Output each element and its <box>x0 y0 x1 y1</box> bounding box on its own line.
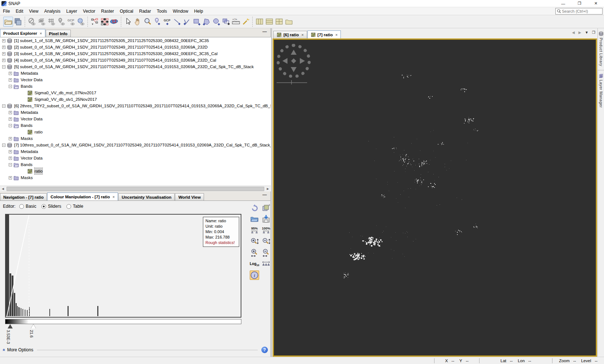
menu-vector[interactable]: Vector <box>80 8 98 15</box>
tree-node[interactable]: Sigma0_VV_db_slv1_25Nov2017 <box>0 96 271 103</box>
batch-processing-icon[interactable] <box>99 17 109 27</box>
scroll-tabs-right-icon[interactable]: ▶ <box>578 30 581 34</box>
range-95-icon[interactable]: 95% <box>250 226 259 235</box>
pin-placing-tool-icon[interactable] <box>152 17 162 27</box>
tab-uncertainty-visualisation[interactable]: Uncertainty Visualisation <box>118 193 175 200</box>
pin-overlay-icon[interactable] <box>56 17 66 27</box>
no-data-overlay-icon[interactable] <box>27 17 37 27</box>
close-tab-icon[interactable]: × <box>40 31 42 36</box>
graticule-overlay-icon[interactable] <box>46 17 56 27</box>
editor-radio-sliders[interactable]: Sliders <box>41 204 61 209</box>
zoom-in-vertical-icon[interactable] <box>250 237 259 246</box>
tab-colour-manipulation-7-ratio[interactable]: Colour Manipulation - [7] ratio× <box>47 193 118 200</box>
mid-slider-handle[interactable] <box>31 324 36 328</box>
tree-node[interactable]: −Bands <box>0 83 271 90</box>
tree-node[interactable]: −[5] subset_0_of_S1A_IW_GRDH_1SDV_201711… <box>0 63 271 70</box>
search-input[interactable] <box>562 9 598 13</box>
tree-expander-icon[interactable]: + <box>9 157 12 160</box>
more-options-row[interactable]: « More Options ? <box>3 347 268 353</box>
tile-vertically-icon[interactable] <box>254 17 264 27</box>
close-tab-icon[interactable]: × <box>335 33 338 37</box>
spatial-subset-icon[interactable] <box>109 17 119 27</box>
distribute-sliders-icon[interactable] <box>261 259 271 269</box>
close-tab-icon[interactable]: × <box>113 195 115 199</box>
vector-overlay-icon[interactable] <box>37 17 46 27</box>
tree-node[interactable]: +Masks <box>0 135 271 142</box>
scroll-tabs-left-icon[interactable]: ◀ <box>572 30 575 34</box>
tree-node[interactable]: ratio <box>0 168 271 174</box>
zoom-in-horizontal-icon[interactable] <box>250 248 259 257</box>
dock-tab-layer-manager[interactable]: Layer Manager <box>598 70 604 108</box>
tree-node[interactable]: +Metadata <box>0 70 271 76</box>
tree-expander-icon[interactable]: + <box>9 176 12 179</box>
tree-node[interactable]: ratio <box>0 129 271 135</box>
zoom-out-horizontal-icon[interactable] <box>261 248 271 257</box>
pan-left-icon[interactable] <box>282 58 287 64</box>
window-restore-button[interactable]: ❐ <box>571 0 588 7</box>
tree-node[interactable]: +[4] subset_0_of_S1A_IW_GRDH_1SDV_201711… <box>0 57 271 63</box>
reset-palette-icon[interactable] <box>250 203 259 212</box>
tile-single-icon[interactable] <box>284 17 294 27</box>
menu-edit[interactable]: Edit <box>13 8 26 15</box>
menu-window[interactable]: Window <box>170 8 191 15</box>
tree-node[interactable]: +[3] subset_1_of_S1B_IW_GRDH_1SDV_201711… <box>0 50 271 57</box>
zoom-tool-icon[interactable] <box>143 17 152 27</box>
import-palette-icon[interactable] <box>261 203 271 212</box>
pan-right-icon[interactable] <box>300 58 305 64</box>
menu-raster[interactable]: Raster <box>98 8 117 15</box>
tree-expander-icon[interactable]: + <box>9 117 12 121</box>
help-button[interactable]: ? <box>261 347 268 353</box>
tree-expander-icon[interactable]: − <box>2 65 5 69</box>
tree-node[interactable]: +Masks <box>0 174 271 181</box>
tile-evenly-icon[interactable] <box>274 17 284 27</box>
tree-node[interactable]: +Metadata <box>0 109 271 116</box>
tab-world-view[interactable]: World View <box>175 193 204 200</box>
tab-pixel-info[interactable]: Pixel Info <box>46 30 71 37</box>
menu-help[interactable]: Help <box>191 8 206 15</box>
close-tab-icon[interactable]: × <box>301 33 303 37</box>
tree-expander-icon[interactable]: + <box>2 59 5 62</box>
editor-radio-basic[interactable]: Basic <box>19 204 36 209</box>
select-layer-tool-icon[interactable] <box>221 17 231 27</box>
tab-product-explorer[interactable]: Product Explorer× <box>0 29 45 37</box>
dock-tab-product-library[interactable]: Product Library <box>598 28 604 66</box>
save-product-icon[interactable] <box>13 17 23 27</box>
scroll-right-icon[interactable]: ► <box>265 186 271 192</box>
image-viewport[interactable] <box>273 38 597 357</box>
polyline-drawing-tool-icon[interactable] <box>182 17 192 27</box>
menu-view[interactable]: View <box>26 8 41 15</box>
minimize-panel-icon[interactable]: — <box>262 30 268 35</box>
show-extra-info-icon[interactable] <box>250 270 259 280</box>
search-box[interactable] <box>555 8 603 15</box>
tree-expander-icon[interactable]: − <box>9 163 12 166</box>
magic-wand-tool-icon[interactable] <box>241 17 250 27</box>
menu-analysis[interactable]: Analysis <box>41 8 64 15</box>
maximize-view-icon[interactable]: ❐ <box>592 30 595 34</box>
tree-expander-icon[interactable]: − <box>9 85 12 88</box>
tree-node[interactable]: −Bands <box>0 122 271 129</box>
open-palette-icon[interactable] <box>250 214 259 224</box>
zoom-out-vertical-icon[interactable] <box>261 237 271 246</box>
ellipse-drawing-tool-icon[interactable] <box>211 17 221 27</box>
tree-node[interactable]: +Vector Data <box>0 155 271 161</box>
select-tool-icon[interactable] <box>123 17 133 27</box>
tree-expander-icon[interactable]: − <box>9 124 12 127</box>
tab-list-dropdown-icon[interactable]: ▼ <box>585 30 588 34</box>
log-scaling-icon[interactable]: Log10 <box>250 259 259 269</box>
tree-expander-icon[interactable]: + <box>2 39 5 42</box>
rectangle-drawing-tool-icon[interactable] <box>192 17 201 27</box>
tree-expander-icon[interactable]: + <box>2 52 5 55</box>
tree-node[interactable]: Sigma0_VV_db_mst_07Nov2017 <box>0 90 271 96</box>
menu-tools[interactable]: Tools <box>154 8 170 15</box>
gcp-placing-tool-icon[interactable] <box>162 17 172 27</box>
graph-builder-icon[interactable] <box>90 17 99 27</box>
expand-more-options-icon[interactable]: « <box>1 349 7 351</box>
minimize-panel-icon[interactable]: — <box>262 193 268 198</box>
min-slider-handle[interactable] <box>8 324 13 328</box>
range-finder-tool-icon[interactable] <box>231 17 241 27</box>
gcp-overlay-icon[interactable] <box>66 17 76 27</box>
line-drawing-tool-icon[interactable] <box>172 17 182 27</box>
tree-node[interactable]: −[6] 2thres_TRY2_subset_0_of_S1A_IW_GRDH… <box>0 103 271 109</box>
export-palette-icon[interactable] <box>261 214 271 224</box>
tree-expander-icon[interactable]: + <box>9 137 12 140</box>
